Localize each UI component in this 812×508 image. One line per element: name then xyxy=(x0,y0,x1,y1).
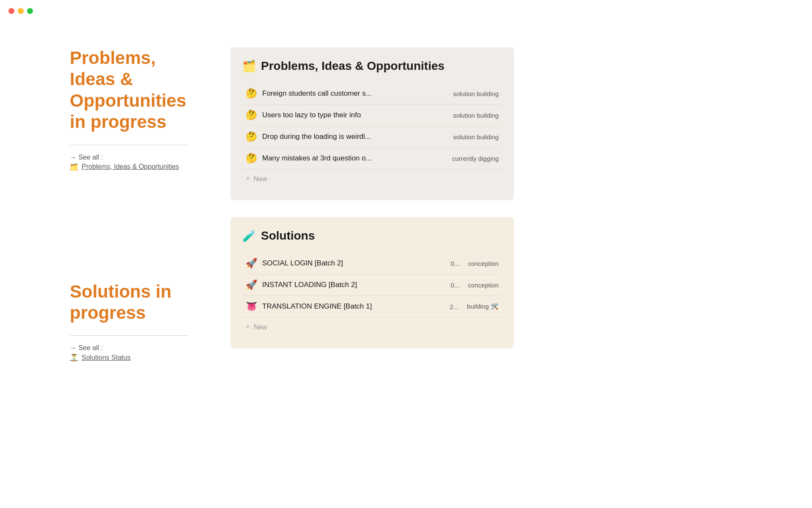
see-all-link-label-solutions: Solutions Status xyxy=(82,354,131,362)
row-emoji: 🤔 xyxy=(246,153,257,164)
row-emoji: 🤔 xyxy=(246,110,257,121)
row-title: Foreign students call customer s... xyxy=(262,89,448,98)
minimize-button[interactable] xyxy=(18,8,24,14)
row-title: SOCIAL LOGIN [Batch 2] xyxy=(262,259,446,268)
see-all-problems: → See all : 🗂️ Problems, Ideas & Opportu… xyxy=(70,154,197,171)
section-solutions-title: Solutions in progress xyxy=(70,281,197,324)
see-all-arrow-1: → See all : xyxy=(70,154,197,161)
row-title: Users too lazy to type their info xyxy=(262,111,448,119)
row-number: 0... xyxy=(451,260,460,267)
row-emoji: 👅 xyxy=(246,301,257,312)
new-item-button-solutions[interactable]: + New xyxy=(242,318,502,337)
row-title: Many mistakes at 3rd question o... xyxy=(262,154,447,163)
titlebar xyxy=(0,0,812,22)
problems-icon: 🗂️ xyxy=(70,163,78,171)
new-label: New xyxy=(254,323,267,331)
section-divider-2 xyxy=(70,335,188,336)
row-number: 0... xyxy=(451,282,460,289)
row-status: conception xyxy=(468,260,499,267)
row-status: conception xyxy=(468,282,499,289)
card-solutions-icon: 🧪 xyxy=(242,229,256,243)
see-all-solutions: → See all : ⏳ Solutions Status xyxy=(70,344,197,362)
row-title: TRANSLATION ENGINE [Batch 1] xyxy=(262,302,444,311)
see-all-link-problems[interactable]: 🗂️ Problems, Ideas & Opportunities xyxy=(70,163,197,171)
row-status: currently digging xyxy=(452,155,499,162)
main-content: Problems, Ideas & Opportunities in progr… xyxy=(0,22,812,412)
row-title: INSTANT LOADING [Batch 2] xyxy=(262,281,446,289)
table-row[interactable]: 🤔 Drop during the loading is weirdl... s… xyxy=(242,126,502,148)
card-problems-title: Problems, Ideas & Opportunities xyxy=(261,59,444,73)
right-panel: 🗂️ Problems, Ideas & Opportunities 🤔 For… xyxy=(230,22,812,412)
see-all-arrow-2: → See all : xyxy=(70,344,197,352)
see-all-link-label-problems: Problems, Ideas & Opportunities xyxy=(82,163,179,171)
table-row[interactable]: 👅 TRANSLATION ENGINE [Batch 1] 2... buil… xyxy=(242,296,502,318)
row-status: solution building xyxy=(453,112,499,119)
section-divider-1 xyxy=(70,145,188,145)
see-all-link-solutions[interactable]: ⏳ Solutions Status xyxy=(70,353,197,362)
solutions-icon: ⏳ xyxy=(70,353,78,362)
maximize-button[interactable] xyxy=(27,8,33,14)
card-problems-icon: 🗂️ xyxy=(242,60,256,73)
section-problems-title: Problems, Ideas & Opportunities in progr… xyxy=(70,47,197,133)
left-panel: Problems, Ideas & Opportunities in progr… xyxy=(0,22,230,412)
table-row[interactable]: 🤔 Many mistakes at 3rd question o... cur… xyxy=(242,148,502,169)
section-solutions: Solutions in progress → See all : ⏳ Solu… xyxy=(70,281,197,362)
row-title: Drop during the loading is weirdl... xyxy=(262,133,448,141)
table-row[interactable]: 🚀 INSTANT LOADING [Batch 2] 0... concept… xyxy=(242,274,502,296)
row-emoji: 🚀 xyxy=(246,279,257,290)
row-status: building 🛠️ xyxy=(467,303,499,310)
card-problems-header: 🗂️ Problems, Ideas & Opportunities xyxy=(242,59,502,75)
row-number: 2... xyxy=(450,303,458,310)
row-emoji: 🚀 xyxy=(246,258,257,269)
section-problems: Problems, Ideas & Opportunities in progr… xyxy=(70,47,197,171)
new-item-button-problems[interactable]: + New xyxy=(242,169,502,188)
card-solutions-header: 🧪 Solutions xyxy=(242,229,502,244)
card-solutions-title: Solutions xyxy=(261,229,315,243)
row-status: solution building xyxy=(453,90,499,97)
plus-icon: + xyxy=(246,323,250,331)
table-row[interactable]: 🤔 Users too lazy to type their info solu… xyxy=(242,105,502,126)
row-status: solution building xyxy=(453,133,499,141)
row-emoji: 🤔 xyxy=(246,131,257,142)
new-label: New xyxy=(254,175,267,183)
card-problems: 🗂️ Problems, Ideas & Opportunities 🤔 For… xyxy=(230,47,514,200)
card-solutions: 🧪 Solutions 🚀 SOCIAL LOGIN [Batch 2] 0..… xyxy=(230,217,514,348)
table-row[interactable]: 🤔 Foreign students call customer s... so… xyxy=(242,83,502,105)
plus-icon: + xyxy=(246,174,250,183)
table-row[interactable]: 🚀 SOCIAL LOGIN [Batch 2] 0... conception xyxy=(242,253,502,274)
close-button[interactable] xyxy=(8,8,14,14)
row-emoji: 🤔 xyxy=(246,88,257,99)
